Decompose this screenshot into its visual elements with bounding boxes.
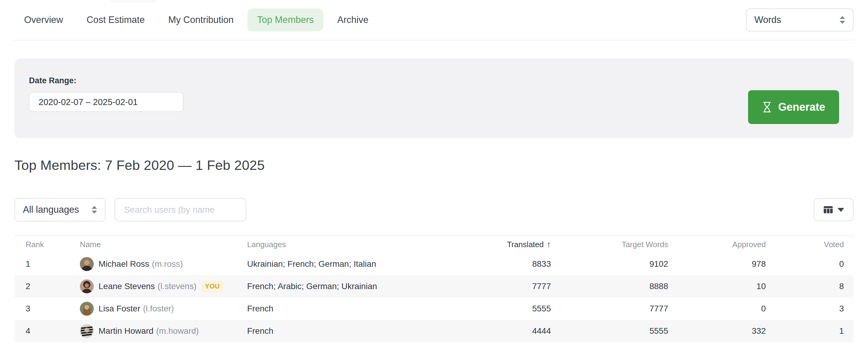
table-row[interactable]: 4 Martin Howard (m.howard) French 4444 5… bbox=[14, 320, 854, 342]
member-username: (l.foster) bbox=[143, 304, 174, 314]
approved-value: 978 bbox=[668, 259, 766, 269]
translated-value: 4444 bbox=[449, 326, 551, 336]
column-header-translated-label: Translated bbox=[507, 240, 544, 249]
column-header-name[interactable]: Name bbox=[80, 240, 247, 249]
languages-value: Ukrainian; French; German; Italian bbox=[247, 259, 449, 269]
language-filter-select[interactable]: All languages bbox=[14, 198, 105, 222]
language-filter-value: All languages bbox=[23, 204, 79, 215]
avatar bbox=[80, 324, 94, 338]
column-header-approved[interactable]: Approved bbox=[668, 240, 766, 249]
avatar bbox=[80, 257, 94, 271]
report-filter-panel: Date Range: Generate bbox=[14, 59, 854, 138]
select-spinner-icon bbox=[840, 16, 845, 24]
column-settings-button[interactable] bbox=[814, 198, 854, 221]
voted-value: 1 bbox=[766, 326, 854, 336]
tabs-divider bbox=[13, 40, 855, 40]
tab-my-contribution[interactable]: My Contribution bbox=[158, 8, 243, 31]
table-row[interactable]: 3 Lisa Foster (l.foster) French 5555 777… bbox=[14, 297, 854, 320]
top-members-table: Rank Name Languages Translated ↑ Target … bbox=[14, 235, 854, 342]
sort-asc-icon: ↑ bbox=[547, 239, 551, 249]
avatar bbox=[80, 280, 94, 293]
rank-value: 2 bbox=[14, 282, 80, 291]
you-badge: YOU bbox=[201, 280, 223, 292]
search-input[interactable] bbox=[115, 198, 246, 222]
translated-value: 5555 bbox=[449, 304, 551, 314]
rank-value: 1 bbox=[14, 259, 80, 269]
report-tabs: Overview Cost Estimate My Contribution T… bbox=[14, 8, 378, 31]
column-header-voted[interactable]: Voted bbox=[766, 240, 854, 249]
target-words-value: 7777 bbox=[551, 304, 668, 314]
target-words-value: 8888 bbox=[551, 282, 668, 291]
translated-value: 7777 bbox=[449, 282, 551, 291]
member-name[interactable]: Lisa Foster bbox=[98, 304, 141, 314]
voted-value: 3 bbox=[766, 304, 854, 314]
tab-cost-estimate[interactable]: Cost Estimate bbox=[77, 8, 154, 31]
approved-value: 0 bbox=[668, 304, 766, 314]
approved-value: 10 bbox=[668, 282, 766, 291]
avatar bbox=[80, 302, 94, 316]
languages-value: French bbox=[247, 326, 449, 336]
column-header-target-words[interactable]: Target Words bbox=[551, 240, 668, 249]
translated-value: 8833 bbox=[449, 259, 551, 269]
generate-label: Generate bbox=[778, 101, 825, 113]
caret-down-icon bbox=[838, 208, 844, 212]
date-range-input[interactable] bbox=[29, 92, 184, 112]
generate-button[interactable]: Generate bbox=[748, 90, 839, 124]
rank-value: 4 bbox=[14, 326, 80, 336]
tab-archive[interactable]: Archive bbox=[328, 8, 378, 31]
voted-value: 0 bbox=[766, 259, 854, 269]
members-toolbar: All languages bbox=[14, 198, 854, 222]
table-header: Rank Name Languages Translated ↑ Target … bbox=[14, 235, 854, 253]
column-header-translated[interactable]: Translated ↑ bbox=[449, 239, 551, 249]
languages-value: French bbox=[247, 304, 449, 314]
date-range-label: Date Range: bbox=[29, 76, 839, 85]
voted-value: 8 bbox=[766, 282, 854, 291]
member-username: (m.ross) bbox=[152, 259, 183, 269]
table-row[interactable]: 1 Michael Ross (m.ross) Ukrainian; Frenc… bbox=[14, 253, 854, 275]
target-words-value: 5555 bbox=[551, 326, 668, 336]
tabs-bar: Overview Cost Estimate My Contribution T… bbox=[0, 0, 868, 40]
languages-value: French; Arabic; German; Ukrainian bbox=[247, 282, 449, 291]
columns-icon bbox=[823, 205, 833, 215]
member-name[interactable]: Martin Howard bbox=[98, 326, 153, 336]
target-words-value: 9102 bbox=[551, 259, 668, 269]
approved-value: 332 bbox=[668, 326, 766, 336]
member-username: (m.howard) bbox=[156, 326, 199, 336]
page-title: Top Members: 7 Feb 2020 — 1 Feb 2025 bbox=[14, 157, 854, 173]
column-header-rank[interactable]: Rank bbox=[14, 240, 80, 249]
column-header-languages[interactable]: Languages bbox=[247, 240, 449, 249]
table-row[interactable]: 2 Leane Stevens (l.stevens) YOU French; … bbox=[14, 275, 854, 297]
tab-top-members[interactable]: Top Members bbox=[247, 8, 323, 31]
tab-overview[interactable]: Overview bbox=[14, 8, 73, 31]
member-name[interactable]: Leane Stevens bbox=[98, 282, 155, 291]
metric-select-value: Words bbox=[754, 15, 781, 25]
select-spinner-icon bbox=[92, 206, 97, 213]
rank-value: 3 bbox=[14, 304, 80, 314]
metric-select[interactable]: Words bbox=[746, 8, 854, 31]
member-username: (l.stevens) bbox=[158, 282, 196, 291]
member-name[interactable]: Michael Ross bbox=[98, 259, 149, 269]
hourglass-icon bbox=[762, 101, 772, 113]
